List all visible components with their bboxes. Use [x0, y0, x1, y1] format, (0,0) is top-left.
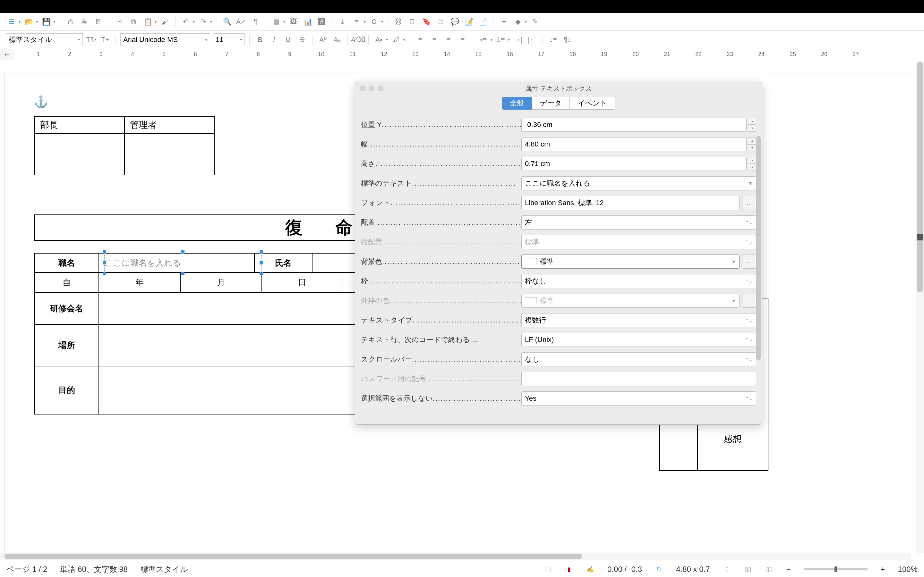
dialog-scrollbar[interactable] [756, 117, 761, 418]
align-left-icon[interactable]: ≡ [415, 34, 426, 45]
prop-border-select[interactable]: 枠なし⌃⌄ [521, 274, 756, 288]
doc-icon[interactable]: 📄 [477, 16, 489, 27]
track-changes-icon[interactable]: 📝 [463, 16, 475, 27]
paragraph-style-select[interactable]: 標準スタイル▾ [6, 33, 83, 46]
zoom-knob[interactable] [835, 566, 837, 572]
prop-selhide-select[interactable]: Yes⌃⌄ [521, 392, 756, 406]
font-name-select[interactable]: Arial Unicode MS▾ [120, 33, 210, 46]
sb-zoom[interactable]: 100% [898, 565, 918, 574]
resize-handle-mr[interactable] [260, 261, 263, 264]
cross-ref-icon[interactable]: 🗂 [435, 16, 446, 27]
dropdown-icon[interactable]: ▾ [381, 19, 383, 24]
hscroll-thumb[interactable] [5, 554, 582, 559]
table-icon[interactable]: ▦ [270, 16, 282, 27]
resize-handle-tr[interactable] [260, 250, 263, 253]
resize-handle-ml[interactable] [103, 261, 106, 264]
prop-align-select[interactable]: 左⌃⌄ [521, 215, 756, 229]
tab-data[interactable]: データ [532, 97, 570, 110]
save-icon[interactable]: 💾 [40, 16, 52, 27]
sidebar-toggle-icon[interactable]: ☰ [6, 16, 17, 27]
chart-icon[interactable]: 📊 [302, 16, 313, 27]
sb-insert-mode-icon[interactable]: ▮ [565, 565, 573, 574]
sb-page[interactable]: ページ 1 / 2 [6, 564, 47, 574]
prop-posy-input[interactable]: -0.36 cm [521, 118, 746, 132]
font-more-button[interactable]: … [742, 196, 756, 210]
spinner[interactable]: ▴▾ [748, 137, 756, 151]
prop-lineend-select[interactable]: LF (Unix)⌃⌄ [521, 333, 756, 347]
dropdown-icon[interactable]: ▾ [210, 19, 212, 24]
open-icon[interactable]: 📂 [23, 16, 35, 27]
tab-general[interactable]: 全般 [502, 97, 532, 110]
formatting-marks-icon[interactable]: ¶ [250, 16, 261, 27]
bookmark-icon[interactable]: 🔖 [421, 16, 432, 27]
draw-icon[interactable]: ✎ [529, 16, 541, 27]
textbox-selection[interactable] [104, 251, 262, 274]
sb-sel-icon[interactable]: ⧉ [655, 565, 663, 574]
zoom-out-button[interactable]: − [787, 565, 791, 574]
dropdown-icon[interactable]: ▾ [283, 19, 285, 24]
undo-icon[interactable]: ↶ [180, 16, 192, 27]
resize-handle-tm[interactable] [181, 250, 184, 253]
line-icon[interactable]: ━ [498, 16, 509, 27]
align-justify-icon[interactable]: ≡ [457, 34, 468, 45]
find-icon[interactable]: 🔍 [221, 16, 233, 27]
vertical-scrollbar[interactable] [916, 61, 924, 553]
copy-icon[interactable]: ⧉ [128, 16, 139, 27]
number-list-icon[interactable]: 1≡ [495, 34, 507, 45]
spellcheck-icon[interactable]: A✓ [236, 16, 247, 27]
sb-view-multi-icon[interactable]: ▯▯ [744, 565, 752, 574]
dropdown-icon[interactable]: ▾ [19, 19, 21, 24]
superscript-icon[interactable]: Aᵇ [317, 34, 329, 45]
comment-icon[interactable]: 💬 [449, 16, 460, 27]
special-char-icon[interactable]: Ω [368, 16, 380, 27]
resize-handle-tl[interactable] [103, 250, 106, 253]
cut-icon[interactable]: ✂ [113, 16, 125, 27]
sb-signature-icon[interactable]: ✍ [586, 565, 594, 574]
vscroll-marker[interactable] [917, 234, 923, 240]
strikethrough-icon[interactable]: S [296, 34, 308, 45]
dialog-titlebar[interactable]: 属性 テキストボックス [355, 82, 762, 95]
redo-icon[interactable]: ↷ [197, 16, 209, 27]
resize-handle-bl[interactable] [103, 272, 106, 276]
resize-handle-br[interactable] [260, 272, 263, 276]
bold-icon[interactable]: B [254, 34, 266, 45]
field-icon[interactable]: ≡ [351, 16, 363, 27]
dialog-scroll-thumb[interactable] [756, 136, 761, 360]
resize-handle-bm[interactable] [181, 272, 184, 276]
align-center-icon[interactable]: ≡ [429, 34, 440, 45]
dropdown-icon[interactable]: ▾ [364, 19, 366, 24]
spinner[interactable]: ▴▾ [748, 118, 756, 132]
prop-height-input[interactable]: 0.71 cm [521, 157, 746, 171]
dropdown-icon[interactable]: ▾ [53, 19, 55, 24]
prop-width-input[interactable]: 4.80 cm [521, 137, 746, 151]
sb-language-icon[interactable]: |т| [544, 565, 552, 574]
prop-scroll-select[interactable]: なし⌃⌄ [521, 352, 756, 366]
print-preview-icon[interactable]: 🗎 [93, 16, 104, 27]
increase-indent-icon[interactable]: →| [512, 34, 524, 45]
bullet-list-icon[interactable]: •≡ [478, 34, 489, 45]
dropdown-icon[interactable]: ▾ [525, 19, 527, 24]
vscroll-thumb[interactable] [917, 61, 923, 292]
sb-style[interactable]: 標準スタイル [141, 564, 188, 574]
dropdown-icon[interactable]: ▾ [403, 37, 405, 42]
image-icon[interactable]: 🖼 [288, 16, 299, 27]
print-icon[interactable]: 🖶 [79, 16, 90, 27]
dropdown-icon[interactable]: ▾ [508, 37, 510, 42]
dropdown-icon[interactable]: ▾ [155, 19, 157, 24]
dropdown-icon[interactable]: ▾ [491, 37, 493, 42]
spinner[interactable]: ▴▾ [748, 157, 756, 171]
horizontal-scrollbar[interactable] [0, 553, 911, 560]
new-style-icon[interactable]: T+ [99, 34, 111, 45]
underline-icon[interactable]: U [282, 34, 294, 45]
paste-icon[interactable]: 📋 [142, 16, 153, 27]
prop-texttype-select[interactable]: 複数行⌃⌄ [521, 313, 756, 327]
format-paintbrush-icon[interactable]: 🖌 [159, 16, 171, 27]
sb-view-book-icon[interactable]: ▯▯ [765, 565, 774, 574]
sb-words[interactable]: 単語 60、文字数 98 [60, 564, 128, 574]
dropdown-icon[interactable]: ▾ [386, 37, 388, 42]
clear-format-icon[interactable]: A⌫ [352, 34, 364, 45]
decrease-indent-icon[interactable]: |← [527, 34, 538, 45]
highlight-icon[interactable]: 🖍 [391, 34, 402, 45]
tab-events[interactable]: イベント [570, 97, 615, 110]
export-pdf-icon[interactable]: ⎙ [65, 16, 76, 27]
